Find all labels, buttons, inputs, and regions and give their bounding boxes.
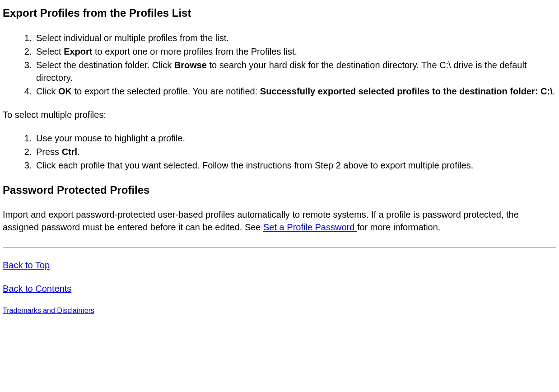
heading-password-protected: Password Protected Profiles: [3, 182, 556, 198]
export-steps-list: Select individual or multiple profiles f…: [3, 32, 556, 98]
list-item: Press Ctrl.: [34, 145, 556, 158]
list-item: Select Export to export one or more prof…: [34, 45, 556, 58]
para-select-multiple: To select multiple profiles:: [3, 108, 556, 121]
para-password-protected: Import and export password-protected use…: [3, 208, 556, 233]
heading-export-profiles: Export Profiles from the Profiles List: [3, 5, 556, 21]
list-item: Select the destination folder. Click Bro…: [34, 59, 556, 84]
link-trademarks[interactable]: Trademarks and Disclaimers: [3, 307, 94, 314]
list-item: Use your mouse to highlight a profile.: [34, 132, 556, 145]
link-set-profile-password[interactable]: Set a Profile Password: [263, 222, 357, 232]
link-back-to-top[interactable]: Back to Top: [3, 260, 50, 270]
list-item: Click each profile that you want selecte…: [34, 159, 556, 172]
list-item: Click OK to export the selected profile.…: [34, 85, 556, 98]
divider: [3, 247, 556, 248]
list-item: Select individual or multiple profiles f…: [34, 32, 556, 44]
link-back-to-contents[interactable]: Back to Contents: [3, 284, 71, 294]
multi-select-steps-list: Use your mouse to highlight a profile. P…: [3, 132, 556, 172]
